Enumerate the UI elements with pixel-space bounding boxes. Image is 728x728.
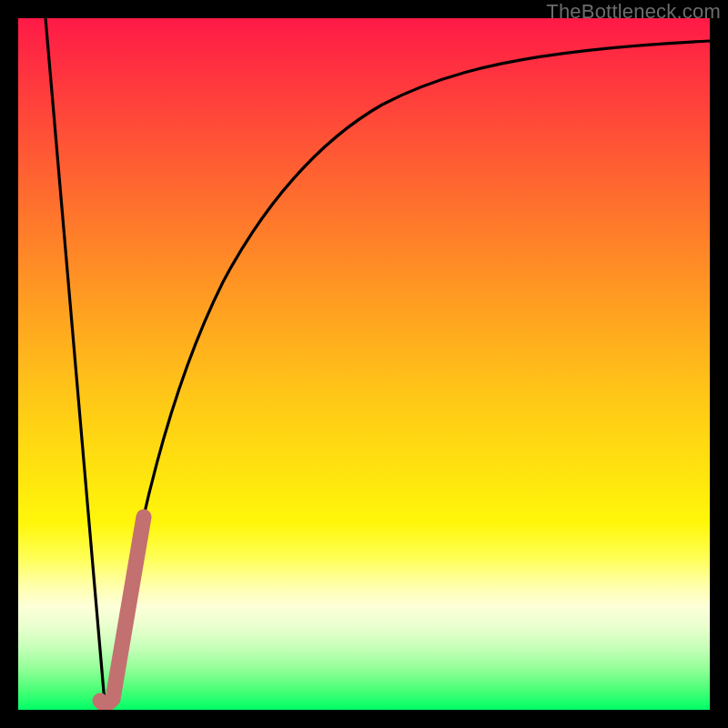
curve-layer bbox=[18, 18, 710, 710]
bottleneck-curve bbox=[46, 18, 710, 703]
chart-frame: TheBottleneck.com bbox=[0, 0, 728, 728]
plot-area bbox=[18, 18, 710, 710]
highlight-segment bbox=[100, 517, 144, 704]
